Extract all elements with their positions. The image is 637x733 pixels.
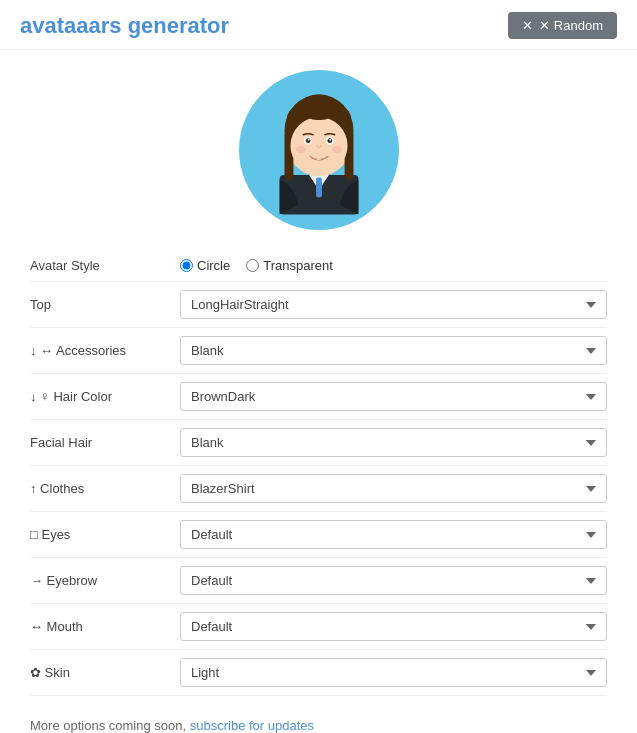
control-row-skin: ✿ SkinTannedYellowPaleLightBrownDarkBrow…: [30, 650, 607, 696]
select-eyes[interactable]: DefaultCloseCryDizzyEyeRollHappyHeartsSi…: [180, 520, 607, 549]
svg-point-14: [329, 138, 331, 140]
controls-section: Avatar Style Circle Transparent TopLongH…: [0, 240, 637, 706]
svg-point-13: [307, 138, 309, 140]
control-input-eyes: DefaultCloseCryDizzyEyeRollHappyHeartsSi…: [180, 520, 607, 549]
select-skin[interactable]: TannedYellowPaleLightBrownDarkBrownBlack: [180, 658, 607, 687]
control-row-accessories: ↓ ↔ AccessoriesBlankKurtPrescription01Pr…: [30, 328, 607, 374]
avatar-style-row: Avatar Style Circle Transparent: [30, 250, 607, 282]
random-button[interactable]: ✕ ✕ Random: [508, 12, 617, 39]
avatar-style-transparent-radio[interactable]: [246, 259, 259, 272]
control-label-eyebrow: → Eyebrow: [30, 573, 180, 588]
header: avataaars generator ✕ ✕ Random: [0, 0, 637, 50]
random-icon: ✕: [522, 18, 533, 33]
control-input-accessories: BlankKurtPrescription01Prescription02Rou…: [180, 336, 607, 365]
select-clothes[interactable]: BlazerShirtBlazerSweaterCollarSweaterGra…: [180, 474, 607, 503]
control-row-clothes: ↑ ClothesBlazerShirtBlazerSweaterCollarS…: [30, 466, 607, 512]
avatar-style-circle-radio[interactable]: [180, 259, 193, 272]
control-label-accessories: ↓ ↔ Accessories: [30, 343, 180, 358]
control-input-skin: TannedYellowPaleLightBrownDarkBrownBlack: [180, 658, 607, 687]
control-input-mouth: DefaultConcernedDisbeliefEatingGrimaceSa…: [180, 612, 607, 641]
control-label-top: Top: [30, 297, 180, 312]
control-row-facial_hair: Facial HairBlankBeardLightBeardMagesticB…: [30, 420, 607, 466]
select-hair_color[interactable]: AuburnBlackBlondeBlondeGoldenBrownBrownD…: [180, 382, 607, 411]
select-rows: TopLongHairStraightLongHairBobShortHairS…: [30, 282, 607, 696]
select-eyebrow[interactable]: DefaultAngryAngryNaturalDefaultNaturalFl…: [180, 566, 607, 595]
subscribe-link[interactable]: subscribe for updates: [190, 718, 314, 733]
control-row-mouth: ↔ MouthDefaultConcernedDisbeliefEatingGr…: [30, 604, 607, 650]
svg-point-8: [290, 117, 347, 174]
control-label-facial_hair: Facial Hair: [30, 435, 180, 450]
avatar-style-transparent-label[interactable]: Transparent: [246, 258, 333, 273]
control-row-eyes: □ EyesDefaultCloseCryDizzyEyeRollHappyHe…: [30, 512, 607, 558]
control-label-eyes: □ Eyes: [30, 527, 180, 542]
avatar-style-label: Avatar Style: [30, 258, 180, 273]
control-input-hair_color: AuburnBlackBlondeBlondeGoldenBrownBrownD…: [180, 382, 607, 411]
select-top[interactable]: LongHairStraightLongHairBobShortHairShor…: [180, 290, 607, 319]
avatar-section: [0, 50, 637, 240]
app-title: avataaars generator: [20, 13, 229, 39]
control-input-eyebrow: DefaultAngryAngryNaturalDefaultNaturalFl…: [180, 566, 607, 595]
avatar-style-transparent-text: Transparent: [263, 258, 333, 273]
svg-point-16: [332, 146, 342, 153]
control-label-mouth: ↔ Mouth: [30, 619, 180, 634]
select-mouth[interactable]: DefaultConcernedDisbeliefEatingGrimaceSa…: [180, 612, 607, 641]
svg-point-15: [295, 146, 305, 153]
avatar-image: [254, 78, 384, 223]
avatar-style-circle-label[interactable]: Circle: [180, 258, 230, 273]
avatar-style-circle-text: Circle: [197, 258, 230, 273]
control-input-top: LongHairStraightLongHairBobShortHairShor…: [180, 290, 607, 319]
footer-note-text: More options coming soon,: [30, 718, 186, 733]
control-label-hair_color: ↓ ♀ Hair Color: [30, 389, 180, 404]
select-facial_hair[interactable]: BlankBeardLightBeardMagesticBeardMediumM…: [180, 428, 607, 457]
control-row-hair_color: ↓ ♀ Hair ColorAuburnBlackBlondeBlondeGol…: [30, 374, 607, 420]
random-label: ✕ Random: [539, 18, 603, 33]
avatar-circle: [239, 70, 399, 230]
select-accessories[interactable]: BlankKurtPrescription01Prescription02Rou…: [180, 336, 607, 365]
avatar-style-input: Circle Transparent: [180, 258, 607, 273]
control-label-clothes: ↑ Clothes: [30, 481, 180, 496]
svg-rect-1: [316, 177, 322, 197]
control-label-skin: ✿ Skin: [30, 665, 180, 680]
control-input-facial_hair: BlankBeardLightBeardMagesticBeardMediumM…: [180, 428, 607, 457]
control-input-clothes: BlazerShirtBlazerSweaterCollarSweaterGra…: [180, 474, 607, 503]
control-row-eyebrow: → EyebrowDefaultAngryAngryNaturalDefault…: [30, 558, 607, 604]
footer-note: More options coming soon, subscribe for …: [0, 706, 637, 733]
control-row-top: TopLongHairStraightLongHairBobShortHairS…: [30, 282, 607, 328]
